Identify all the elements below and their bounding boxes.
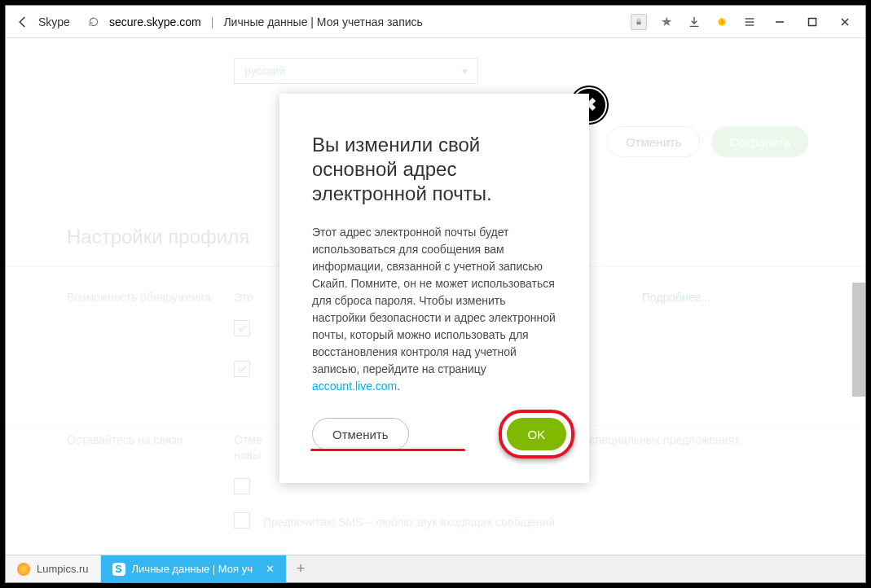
page-save-button[interactable]: Сохранить: [711, 126, 808, 157]
window-minimize-button[interactable]: [766, 11, 794, 33]
new-tab-button[interactable]: +: [287, 555, 315, 582]
svg-rect-2: [809, 18, 816, 25]
lumpics-favicon: [17, 563, 30, 576]
site-security-icon[interactable]: [627, 11, 650, 33]
discoverability-text: Это: [234, 291, 253, 304]
reload-button[interactable]: [83, 11, 104, 33]
url-domain: secure.skype.com: [109, 15, 201, 29]
modal-body-pre: Этот адрес электронной почты будет испол…: [312, 226, 556, 375]
stay-in-touch-text-b: о специальных предложениях,: [580, 433, 743, 446]
language-select[interactable]: русский ▾: [234, 58, 478, 84]
modal-cancel-button[interactable]: Отменить: [312, 418, 409, 450]
back-button[interactable]: [12, 11, 33, 33]
account-live-link[interactable]: account.live.com: [312, 380, 397, 393]
window-close-button[interactable]: [831, 11, 859, 33]
modal-ok-button[interactable]: OK: [507, 418, 567, 450]
language-select-value: русский: [244, 64, 285, 77]
url-separator: |: [211, 15, 214, 29]
checkbox-1[interactable]: [234, 320, 250, 336]
checkbox-4[interactable]: [234, 512, 250, 529]
bookmark-star-icon[interactable]: ★: [655, 11, 678, 33]
discoverability-label: Возможность обнаружения: [67, 291, 211, 304]
browser-toolbar: Skype secure.skype.com | Личные данные |…: [6, 6, 865, 38]
modal-body-post: .: [397, 380, 400, 393]
checkbox-2[interactable]: [234, 361, 250, 377]
stay-in-touch-text-a: Отме: [234, 433, 262, 446]
history-site-name: Skype: [38, 15, 70, 29]
modal-heading: Вы изменили свой основной адрес электрон…: [312, 133, 556, 206]
section-heading: Настройки профиля: [67, 226, 249, 248]
modal-body: Этот адрес электронной почты будет испол…: [312, 224, 556, 395]
vertical-scrollbar[interactable]: [852, 283, 865, 397]
downloads-icon[interactable]: [683, 11, 706, 33]
tab-skype-active[interactable]: S Личные данные | Моя уч ✕: [101, 555, 287, 582]
address-bar[interactable]: secure.skype.com: [109, 15, 201, 29]
browser-tab-bar: Lumpics.ru S Личные данные | Моя уч ✕ +: [6, 555, 865, 582]
sms-preference-text: Предпочитаю SMS – люблю звук входящих со…: [263, 516, 555, 529]
stay-in-touch-label: Оставайтесь на связи: [67, 433, 183, 446]
email-changed-modal: Вы изменили свой основной адрес электрон…: [279, 94, 589, 483]
learn-more-link[interactable]: Подробнее...: [642, 291, 710, 304]
link-underline-annotation: [310, 449, 465, 451]
menu-icon[interactable]: [738, 11, 761, 33]
svg-rect-0: [637, 21, 641, 24]
page-cancel-button[interactable]: Отменить: [607, 126, 701, 157]
tab-close-icon[interactable]: ✕: [266, 563, 275, 575]
extension-icon[interactable]: [710, 11, 733, 33]
tab-skype-label: Личные данные | Моя уч: [132, 563, 253, 575]
stay-in-touch-text-c: новы: [234, 449, 261, 462]
window-maximize-button[interactable]: [798, 11, 826, 33]
page-title-text: Личные данные | Моя учетная запись: [223, 15, 422, 29]
tab-lumpics-label: Lumpics.ru: [37, 563, 89, 575]
skype-favicon: S: [112, 563, 125, 576]
checkbox-3[interactable]: [234, 478, 250, 494]
page-content: русский ▾ Отменить Сохранить Настройки п…: [6, 38, 865, 555]
chevron-down-icon: ▾: [462, 64, 468, 77]
tab-lumpics[interactable]: Lumpics.ru: [6, 555, 101, 582]
